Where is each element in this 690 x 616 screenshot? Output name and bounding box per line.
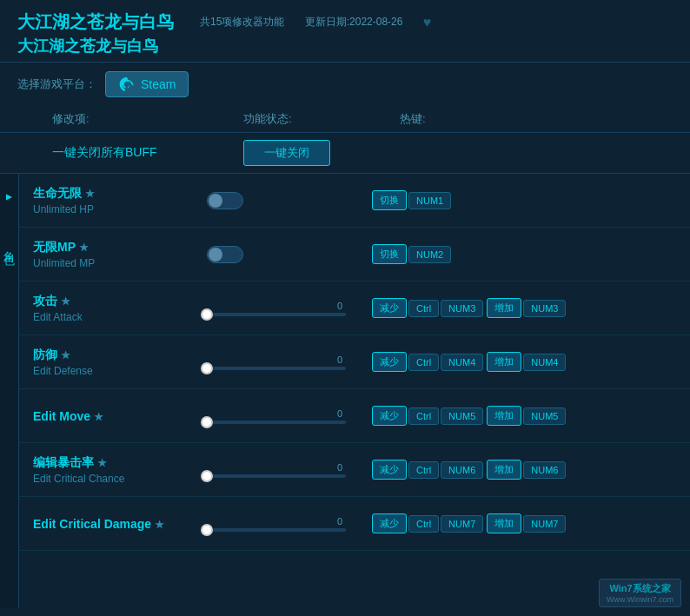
mod-name-zh-6: 编辑暴击率★ — [33, 455, 207, 471]
toggle-switch-1[interactable] — [207, 192, 243, 209]
header: 大江湖之苍龙与白鸟 共15项修改器功能 更新日期:2022-08-26 ♥ 大江… — [0, 0, 690, 63]
mod-name-zh-2: 无限MP★ — [33, 240, 207, 255]
hotkey-group-7-1: 增加NUM7 — [487, 513, 566, 533]
hotkey-action-btn-3-1[interactable]: 增加 — [487, 298, 521, 318]
star-icon-5[interactable]: ★ — [94, 411, 103, 423]
hotkey-action-btn-7-1[interactable]: 增加 — [487, 513, 521, 533]
hotkey-key-btn-6-0-0[interactable]: Ctrl — [408, 461, 439, 479]
toggle-knob-2 — [209, 248, 222, 262]
hotkey-key-btn-6-1-0[interactable]: NUM6 — [523, 461, 566, 479]
star-icon-7[interactable]: ★ — [155, 519, 164, 531]
hotkey-key-btn-7-0-0[interactable]: Ctrl — [408, 515, 439, 533]
star-icon-2[interactable]: ★ — [79, 242, 89, 254]
hotkey-key-btn-1-0-0[interactable]: NUM1 — [408, 192, 451, 209]
col-hotkey-header: 热键: — [400, 111, 673, 127]
hotkey-action-btn-5-1[interactable]: 增加 — [487, 406, 521, 426]
slider-track-6[interactable] — [207, 474, 346, 478]
column-headers: 修改项: 功能状态: 热键: — [0, 106, 690, 133]
mod-control-col-7: 0 — [207, 516, 372, 532]
slider-thumb-4[interactable] — [201, 362, 213, 374]
slider-thumb-6[interactable] — [201, 470, 213, 482]
steam-logo-icon — [118, 76, 136, 93]
mod-name-en-1: Unlimited HP — [33, 203, 207, 215]
hotkey-key-btn-3-1-0[interactable]: NUM3 — [523, 300, 566, 317]
hotkey-key-btn-3-0-0[interactable]: Ctrl — [408, 300, 439, 317]
title-sub: 大江湖之苍龙与白鸟 — [17, 36, 673, 56]
hotkey-group-3-1: 增加NUM3 — [487, 298, 566, 318]
watermark-url: Www.Winwin7.com — [607, 595, 673, 604]
hotkey-key-btn-2-0-0[interactable]: NUM2 — [408, 246, 451, 263]
slider-container-4: 0 — [207, 354, 346, 370]
watermark: Win7系统之家 Www.Winwin7.com — [599, 579, 681, 607]
mod-name-en-2: Unlimited MP — [33, 257, 207, 269]
hotkey-key-btn-5-0-1[interactable]: NUM5 — [441, 407, 483, 425]
hotkey-group-5-1: 增加NUM5 — [487, 406, 566, 426]
hotkey-group-7-0: 减少CtrlNUM7 — [372, 513, 483, 533]
mod-control-col-2 — [207, 246, 372, 263]
steam-button[interactable]: Steam — [105, 71, 189, 97]
slider-track-5[interactable] — [207, 421, 346, 424]
mod-name-col-6: 编辑暴击率★Edit Critical Chance — [33, 455, 207, 485]
heart-icon[interactable]: ♥ — [423, 15, 432, 30]
hotkey-action-btn-7-0[interactable]: 减少 — [372, 513, 407, 533]
star-icon-3[interactable]: ★ — [61, 295, 70, 308]
hotkey-key-btn-7-0-1[interactable]: NUM7 — [441, 515, 483, 533]
mod-item-4: 防御★Edit Defense0减少CtrlNUM4增加NUM4 — [19, 335, 690, 389]
platform-row: 选择游戏平台： Steam — [0, 63, 690, 106]
mod-name-zh-3: 攻击★ — [33, 294, 207, 309]
steam-label: Steam — [141, 77, 176, 91]
hotkey-key-btn-4-1-0[interactable]: NUM4 — [523, 354, 566, 371]
star-icon-1[interactable]: ★ — [85, 188, 95, 200]
hotkey-group-3-0: 减少CtrlNUM3 — [372, 298, 483, 318]
mod-hotkey-col-7: 减少CtrlNUM7增加NUM7 — [372, 513, 673, 533]
hotkey-key-btn-7-1-0[interactable]: NUM7 — [523, 515, 566, 533]
hotkey-key-btn-5-0-0[interactable]: Ctrl — [408, 407, 439, 425]
mod-name-col-7: Edit Critical Damage★ — [33, 517, 207, 531]
hotkey-key-btn-5-1-0[interactable]: NUM5 — [523, 407, 566, 425]
mod-item-3: 攻击★Edit Attack0减少CtrlNUM3增加NUM3 — [19, 282, 690, 335]
items-container: 生命无限★Unlimited HP切换NUM1无限MP★Unlimited MP… — [19, 174, 690, 608]
mod-item-6: 编辑暴击率★Edit Critical Chance0减少CtrlNUM6增加N… — [19, 443, 690, 497]
watermark-logo: Win7系统之家 — [607, 582, 673, 595]
close-all-button[interactable]: 一键关闭 — [243, 140, 330, 166]
hotkey-action-btn-1-0[interactable]: 切换 — [372, 190, 407, 210]
hotkey-group-1-0: 切换NUM1 — [372, 190, 451, 210]
platform-label: 选择游戏平台： — [17, 76, 96, 92]
hotkey-key-btn-4-0-0[interactable]: Ctrl — [408, 354, 439, 371]
slider-track-4[interactable] — [207, 367, 346, 370]
slider-value-3: 0 — [207, 301, 346, 311]
hotkey-key-btn-4-0-1[interactable]: NUM4 — [441, 354, 483, 371]
slider-thumb-3[interactable] — [201, 308, 213, 321]
hotkey-action-btn-4-1[interactable]: 增加 — [487, 352, 521, 372]
toggle-switch-2[interactable] — [207, 246, 243, 263]
mod-control-col-1 — [207, 192, 372, 209]
hotkey-action-btn-4-0[interactable]: 减少 — [372, 352, 407, 372]
hotkey-key-btn-6-0-1[interactable]: NUM6 — [441, 461, 483, 479]
hotkey-action-btn-5-0[interactable]: 减少 — [372, 406, 407, 426]
hotkey-action-btn-2-0[interactable]: 切换 — [372, 244, 407, 264]
sidebar-label: 角色 — [2, 242, 17, 248]
slider-value-5: 0 — [207, 408, 346, 419]
mod-name-en-6: Edit Critical Chance — [33, 473, 207, 485]
hotkey-group-2-0: 切换NUM2 — [372, 244, 451, 264]
slider-track-3[interactable] — [207, 313, 346, 316]
close-all-row: 一键关闭所有BUFF 一键关闭 — [0, 133, 690, 174]
hotkey-group-6-1: 增加NUM6 — [487, 460, 566, 480]
slider-thumb-7[interactable] — [201, 524, 213, 536]
slider-container-3: 0 — [207, 301, 346, 316]
mod-item-2: 无限MP★Unlimited MP切换NUM2 — [19, 228, 690, 282]
hotkey-action-btn-3-0[interactable]: 减少 — [372, 298, 407, 318]
star-icon-4[interactable]: ★ — [61, 349, 70, 361]
hotkey-key-btn-3-0-1[interactable]: NUM3 — [441, 300, 483, 317]
hotkey-action-btn-6-1[interactable]: 增加 — [487, 460, 521, 480]
hotkey-action-btn-6-0[interactable]: 减少 — [372, 460, 407, 480]
star-icon-6[interactable]: ★ — [97, 457, 107, 469]
main-content: ▲ 角色 生命无限★Unlimited HP切换NUM1无限MP★Unlimit… — [0, 174, 690, 608]
slider-track-7[interactable] — [207, 528, 346, 532]
slider-container-7: 0 — [207, 516, 346, 532]
mod-control-col-4: 0 — [207, 354, 372, 370]
title-main: 大江湖之苍龙与白鸟 — [17, 10, 174, 34]
slider-value-4: 0 — [207, 354, 346, 365]
mod-control-col-6: 0 — [207, 462, 372, 478]
slider-thumb-5[interactable] — [201, 416, 213, 428]
